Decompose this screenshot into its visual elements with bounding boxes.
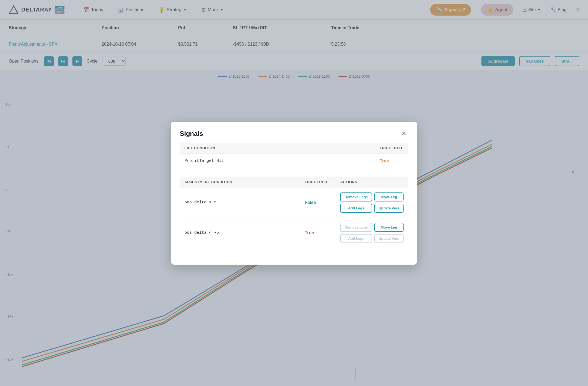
adj-actions-cell-1: Remove Legs Move Leg Add Legs Update Var… (336, 218, 408, 248)
adj-thead: ADJUSTMENT CONDITION TRIGGERED ACTIONS (180, 176, 408, 187)
modal-overlay: Signals ✕ EXIT CONDITION TRIGGERED Profi… (0, 0, 588, 386)
action-buttons-1: Remove Legs Move Leg Add Legs Update Var… (340, 223, 404, 243)
adj-triggered-header: TRIGGERED (300, 176, 336, 187)
modal-body: EXIT CONDITION TRIGGERED ProfitTarget Hi… (171, 142, 417, 265)
exit-condition-table: EXIT CONDITION TRIGGERED ProfitTarget Hi… (180, 142, 408, 169)
adj-actions-cell-0: Remove Legs Move Leg Add Legs Update Var… (336, 187, 408, 218)
exit-condition-cell-0: ProfitTarget Hit (180, 153, 375, 168)
move-leg-button-1[interactable]: Move Leg (374, 223, 404, 232)
exit-row-0: ProfitTarget Hit True (180, 153, 408, 168)
action-buttons-0: Remove Legs Move Leg Add Legs Update Var… (340, 192, 404, 213)
add-legs-button-1: Add Legs (340, 234, 372, 243)
adj-triggered-value-0: False (305, 200, 316, 205)
triggered-value-0: True (380, 159, 389, 163)
adj-row-1: pos_delta < -5 True Remove Legs Move Leg… (180, 218, 408, 248)
adjustment-condition-table: ADJUSTMENT CONDITION TRIGGERED ACTIONS p… (180, 176, 408, 248)
exit-thead: EXIT CONDITION TRIGGERED (180, 142, 408, 153)
update-vars-button-1: Update Vars (374, 234, 404, 243)
adj-triggered-value-1: True (305, 230, 314, 235)
remove-legs-button-0[interactable]: Remove Legs (340, 192, 372, 201)
add-legs-button-0[interactable]: Add Legs (340, 204, 372, 213)
exit-triggered-cell-0: True (375, 153, 408, 168)
adj-row-0: pos_delta > 5 False Remove Legs Move Leg… (180, 187, 408, 218)
move-leg-button-0[interactable]: Move Leg (374, 192, 404, 201)
update-vars-button-0[interactable]: Update Vars (374, 204, 404, 213)
modal-title: Signals (180, 130, 203, 138)
adj-triggered-cell-0: False (300, 187, 336, 218)
actions-header: ACTIONS (336, 176, 408, 187)
adj-condition-cell-0: pos_delta > 5 (180, 187, 301, 218)
remove-legs-button-1: Remove Legs (340, 223, 372, 232)
exit-condition-header: EXIT CONDITION (180, 142, 375, 153)
adj-condition-cell-1: pos_delta < -5 (180, 218, 301, 248)
adj-triggered-cell-1: True (300, 218, 336, 248)
exit-triggered-header: TRIGGERED (375, 142, 408, 153)
adj-condition-header: ADJUSTMENT CONDITION (180, 176, 301, 187)
modal-header: Signals ✕ (171, 122, 417, 142)
signals-modal: Signals ✕ EXIT CONDITION TRIGGERED Profi… (171, 122, 417, 265)
close-button[interactable]: ✕ (399, 129, 408, 138)
